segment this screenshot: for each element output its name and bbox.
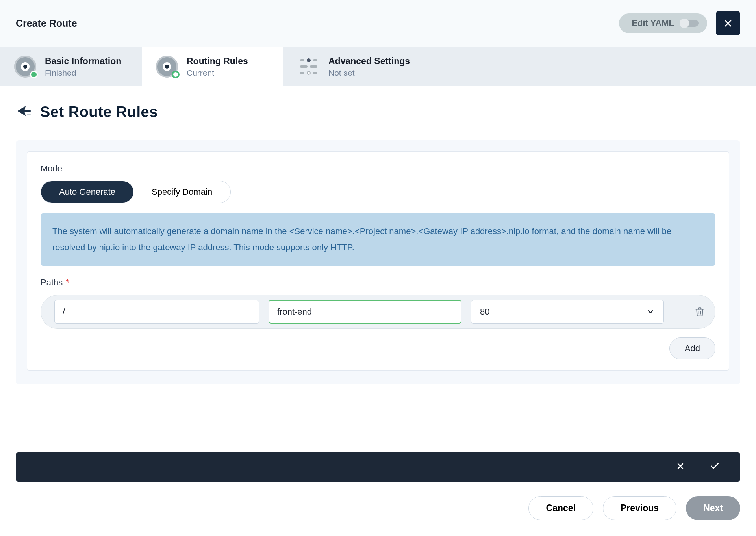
check-icon: [710, 461, 720, 471]
step-title: Routing Rules: [187, 56, 248, 67]
close-button[interactable]: [716, 11, 740, 35]
rules-card: Mode Auto Generate Specify Domain The sy…: [27, 151, 729, 371]
paths-label-text: Paths: [41, 277, 63, 287]
step-status-done-icon: [30, 71, 38, 78]
switch-icon: [680, 20, 699, 27]
mode-info-banner: The system will automatically generate a…: [41, 213, 715, 266]
modal-title: Create Route: [16, 18, 77, 29]
step-title: Advanced Settings: [328, 56, 410, 67]
modal-footer: Cancel Previous Next: [0, 486, 756, 536]
path-input[interactable]: [54, 300, 259, 324]
mode-segmented: Auto Generate Specify Domain: [41, 181, 231, 203]
trash-icon: [695, 306, 705, 317]
paths-label: Paths*: [41, 277, 715, 288]
modal-header: Create Route Edit YAML: [0, 0, 756, 47]
step-advanced-settings[interactable]: Advanced Settings Not set: [284, 47, 425, 86]
step-icon: [14, 56, 36, 78]
inline-action-bar: [16, 452, 740, 482]
required-star-icon: *: [66, 277, 69, 287]
back-arrow-icon[interactable]: [17, 106, 31, 119]
edit-yaml-label: Edit YAML: [632, 18, 674, 28]
delete-path-button[interactable]: [695, 306, 705, 317]
header-actions: Edit YAML: [619, 11, 740, 35]
edit-yaml-toggle[interactable]: Edit YAML: [619, 13, 707, 33]
form-container: Mode Auto Generate Specify Domain The sy…: [16, 140, 740, 384]
page-title: Set Route Rules: [40, 104, 158, 121]
create-route-modal: Create Route Edit YAML Basic Information…: [0, 0, 756, 536]
close-icon: [676, 462, 685, 471]
step-routing-rules[interactable]: Routing Rules Current: [142, 47, 284, 86]
service-input[interactable]: [269, 300, 461, 324]
next-button[interactable]: Next: [686, 496, 740, 520]
inline-cancel-button[interactable]: [676, 462, 685, 473]
chevron-down-icon: [646, 307, 655, 316]
step-status-current-icon: [172, 71, 180, 78]
step-subtitle: Finished: [45, 68, 121, 78]
cancel-button[interactable]: Cancel: [528, 496, 593, 520]
mode-auto-generate[interactable]: Auto Generate: [41, 181, 133, 203]
wizard-steps: Basic Information Finished Routing Rules…: [0, 47, 756, 86]
port-value: 80: [480, 307, 489, 317]
paths-section: Paths* 80 Add: [41, 277, 715, 359]
previous-button[interactable]: Previous: [603, 496, 676, 520]
step-subtitle: Current: [187, 68, 248, 78]
inline-confirm-button[interactable]: [710, 461, 720, 473]
close-icon: [723, 18, 734, 29]
page-heading: Set Route Rules: [0, 86, 756, 132]
step-title: Basic Information: [45, 56, 121, 67]
path-row: 80: [41, 295, 715, 329]
step-icon: [156, 56, 178, 78]
step-subtitle: Not set: [328, 68, 410, 78]
mode-label: Mode: [41, 164, 715, 174]
sliders-icon: [298, 56, 320, 78]
step-basic-information[interactable]: Basic Information Finished: [0, 47, 142, 86]
mode-specify-domain[interactable]: Specify Domain: [133, 181, 230, 203]
add-path-button[interactable]: Add: [669, 337, 715, 359]
port-select[interactable]: 80: [471, 300, 664, 324]
